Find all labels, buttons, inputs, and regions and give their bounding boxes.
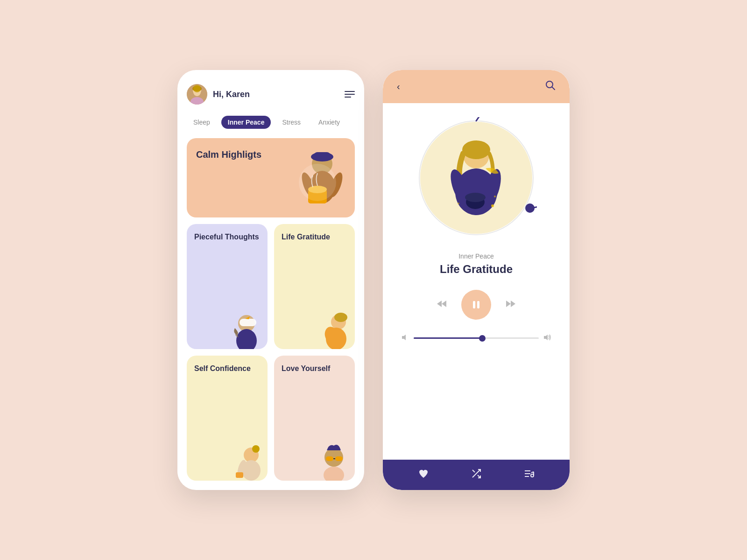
avatar-greeting: Hi, Karen [187,84,250,105]
pause-button[interactable] [461,290,491,320]
love-yourself-illustration [313,439,355,481]
menu-icon[interactable] [345,91,355,98]
svg-rect-16 [240,319,256,326]
svg-point-24 [334,313,347,322]
svg-point-17 [236,329,257,349]
cards-row: Pieceful Thoughts [187,224,355,481]
svg-point-14 [299,164,336,201]
song-category: Inner Peace [440,252,513,260]
svg-point-44 [491,204,494,207]
tab-sleep[interactable]: Sleep [187,116,217,129]
svg-point-46 [458,203,459,204]
volume-bar[interactable] [414,337,539,339]
left-phone: Hi, Karen Sleep Inner Peace Stress Anxie… [177,70,364,490]
greeting-text: Hi, Karen [213,90,250,99]
volume-fill [414,337,482,339]
svg-point-45 [494,196,496,197]
card-title-love-yourself: Love Yourself [282,364,347,374]
album-art-wrapper [416,117,537,238]
shuffle-button[interactable] [471,468,482,482]
svg-point-43 [465,193,486,202]
svg-point-31 [324,467,344,481]
life-gratitude-illustration [313,307,355,349]
self-confidence-illustration [226,439,268,481]
favorite-button[interactable] [418,468,429,482]
pieceful-illustration [226,307,268,349]
svg-point-38 [462,140,490,159]
svg-point-35 [525,203,535,213]
player-controls [436,290,516,320]
player-body: Inner Peace Life Gratitude [383,103,570,460]
playlist-button[interactable] [523,468,535,482]
svg-point-5 [193,85,201,92]
volume-high-icon [543,334,551,343]
right-col: Life Gratitude [274,224,355,481]
song-title: Life Gratitude [440,263,513,276]
right-phone: ‹ [383,70,570,490]
svg-marker-54 [544,335,548,340]
svg-marker-53 [402,335,406,340]
svg-rect-28 [326,456,333,461]
tabs-bar: Sleep Inner Peace Stress Anxiety Pe... [187,116,355,129]
volume-knob[interactable] [479,335,486,342]
card-title-self-confidence: Self Confidence [194,364,260,374]
hero-card[interactable]: Calm Highligts [187,138,355,217]
left-col: Pieceful Thoughts [187,224,268,481]
rewind-button[interactable] [436,298,447,312]
hero-card-title: Calm Highligts [196,148,345,161]
player-bottom-nav [383,460,570,490]
tab-more[interactable]: Pe... [351,116,355,129]
svg-line-33 [552,87,555,90]
album-art [420,122,532,234]
card-title-life-gratitude: Life Gratitude [282,232,347,242]
header: Hi, Karen [187,84,355,105]
card-pieceful-thoughts[interactable]: Pieceful Thoughts [187,224,268,349]
card-self-confidence[interactable]: Self Confidence [187,356,268,481]
card-life-gratitude[interactable]: Life Gratitude [274,224,355,349]
tab-anxiety[interactable]: Anxiety [312,116,346,129]
volume-row [397,334,556,343]
svg-marker-47 [437,301,442,307]
svg-marker-51 [506,301,511,307]
svg-marker-48 [442,301,446,307]
forward-button[interactable] [505,298,516,312]
tab-stress[interactable]: Stress [275,116,307,129]
svg-rect-29 [335,456,343,461]
svg-rect-50 [477,301,479,308]
card-love-yourself[interactable]: Love Yourself [274,356,355,481]
content-area: Calm Highligts [187,138,355,481]
search-button[interactable] [545,80,556,93]
volume-low-icon [402,334,409,343]
phones-container: Hi, Karen Sleep Inner Peace Stress Anxie… [177,70,570,490]
svg-marker-52 [511,301,515,307]
svg-rect-49 [473,301,475,308]
svg-rect-22 [236,472,243,478]
player-header: ‹ [383,70,570,103]
back-button[interactable]: ‹ [397,81,400,92]
svg-point-19 [252,445,260,453]
song-info: Inner Peace Life Gratitude [440,252,513,276]
avatar [187,84,207,105]
tab-inner-peace[interactable]: Inner Peace [221,116,271,129]
card-title-pieceful: Pieceful Thoughts [194,232,260,242]
